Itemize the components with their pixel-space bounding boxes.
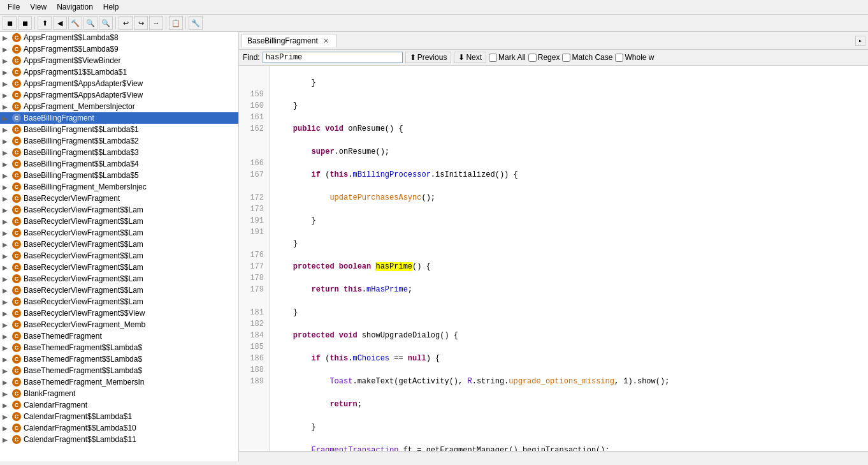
menu-help[interactable]: Help — [98, 1, 124, 13]
toolbar-btn-11[interactable]: 📋 — [169, 16, 183, 30]
toolbar-sep-1 — [34, 17, 35, 29]
whole-word-label: Whole w — [625, 53, 654, 62]
expand-arrow: ▶ — [3, 425, 11, 432]
sidebar-item-baserecycler-view[interactable]: ▶ C BaseRecyclerViewFragment$$View — [0, 307, 238, 319]
sidebar-item-appsfragment-lambda8[interactable]: ▶ C AppsFragment$$Lambda$8 — [0, 32, 238, 43]
line-num-172: 172 — [244, 192, 264, 203]
toolbar-btn-10[interactable]: → — [149, 16, 163, 30]
sidebar-item-blankfragment[interactable]: ▶ C BlankFragment — [0, 388, 238, 399]
expand-arrow: ▶ — [3, 344, 11, 351]
regex-check[interactable]: Regex — [528, 53, 560, 62]
line-num-178: 178 — [244, 272, 264, 284]
toolbar-btn-6[interactable]: 🔍 — [83, 16, 98, 30]
sidebar-item-appsfragment-appsadapter-view1[interactable]: ▶ C AppsFragment$AppsAdapter$View — [0, 78, 238, 89]
sidebar-item-basebillingfragment-membersinjec[interactable]: ▶ C BaseBillingFragment_MembersInjec — [0, 181, 238, 193]
toolbar-btn-12[interactable]: 🔧 — [189, 16, 203, 30]
whole-word-checkbox[interactable] — [615, 54, 623, 62]
sidebar-item-label: BaseBillingFragment$$Lambda$3 — [24, 148, 139, 157]
match-case-check[interactable]: Match Case — [562, 53, 612, 62]
class-icon: C — [11, 44, 22, 54]
code-line-167: return this.mHasPrime; — [275, 284, 863, 295]
menu-file[interactable]: File — [3, 1, 25, 13]
next-button[interactable]: ⬇ Next — [454, 52, 486, 63]
tab-close-button[interactable]: ✕ — [322, 36, 331, 45]
menu-view[interactable]: View — [25, 1, 52, 13]
match-case-checkbox[interactable] — [562, 54, 570, 62]
sidebar-item-calendarfragment-lambda10[interactable]: ▶ C CalendarFragment$$Lambda$10 — [0, 422, 238, 434]
mark-all-checkbox[interactable] — [489, 54, 497, 62]
line-num-185: 185 — [244, 341, 264, 353]
sidebar-item-basethemedfragment[interactable]: ▶ C BaseThemedFragment — [0, 330, 238, 342]
code-line: } — [275, 215, 863, 226]
sidebar-item-label: BaseRecyclerViewFragment$$Lam — [24, 228, 143, 237]
match-case-label: Match Case — [572, 53, 612, 62]
sidebar-item-basebillingfragment-lambda1[interactable]: ▶ C BaseBillingFragment$$Lambda$1 — [0, 124, 238, 135]
sidebar-item-basebillingfragment-lambda3[interactable]: ▶ C BaseBillingFragment$$Lambda$3 — [0, 147, 238, 158]
sidebar-item-baserecyclerviewfragment[interactable]: ▶ C BaseRecyclerViewFragment — [0, 193, 238, 204]
tab-basebillingfragment[interactable]: BaseBillingFragment ✕ — [242, 34, 336, 47]
line-num-162: 162 — [244, 123, 264, 135]
sidebar-item-baserecycler-lam4[interactable]: ▶ C BaseRecyclerViewFragment$$Lam — [0, 239, 238, 250]
sidebar-item-label: BaseBillingFragment$$Lambda$5 — [24, 171, 139, 180]
line-num-191b: 191 — [244, 226, 264, 238]
toolbar-btn-4[interactable]: ◀ — [53, 16, 67, 30]
sidebar-item-baserecycler-lam6[interactable]: ▶ C BaseRecyclerViewFragment$$Lam — [0, 262, 238, 273]
class-icon: C — [11, 159, 22, 169]
sidebar-item-label: AppsFragment$1$$Lambda$1 — [24, 68, 127, 77]
toolbar-btn-9[interactable]: ↪ — [134, 16, 148, 30]
previous-button[interactable]: ⬆ Previous — [405, 52, 452, 63]
tab-expand-button[interactable]: ▸ — [855, 36, 865, 46]
sidebar-item-basebillingfragment[interactable]: ▶ C BaseBillingFragment — [0, 112, 238, 124]
sidebar-item-baserecycler-lam3[interactable]: ▶ C BaseRecyclerViewFragment$$Lam — [0, 227, 238, 239]
sidebar-item-baserecycler-lam9[interactable]: ▶ C BaseRecyclerViewFragment$$Lam — [0, 296, 238, 307]
sidebar-item-appsfragment1-lambda1[interactable]: ▶ C AppsFragment$1$$Lambda$1 — [0, 66, 238, 78]
find-input[interactable] — [263, 52, 403, 63]
menu-navigation[interactable]: Navigation — [52, 1, 98, 13]
sidebar-item-appsfragment-viewbinder[interactable]: ▶ C AppsFragment$$ViewBinder — [0, 55, 238, 66]
sidebar-item-basethemed-lam3[interactable]: ▶ C BaseThemedFragment$$Lambda$ — [0, 365, 238, 376]
sidebar-item-baserecycler-lam8[interactable]: ▶ C BaseRecyclerViewFragment$$Lam — [0, 284, 238, 296]
expand-arrow: ▶ — [3, 436, 11, 443]
toolbar-btn-1[interactable]: ◼ — [3, 16, 17, 30]
regex-checkbox[interactable] — [528, 54, 537, 62]
sidebar-item-label: CalendarFragment — [24, 401, 87, 410]
line-numbers: 159 160 161 162 166 167 172 173 191 191 … — [239, 66, 270, 451]
sidebar-item-baserecycler-lam2[interactable]: ▶ C BaseRecyclerViewFragment$$Lam — [0, 216, 238, 227]
sidebar-item-appsfragment-appsadapter-view2[interactable]: ▶ C AppsFragment$AppsAdapter$View — [0, 89, 238, 101]
toolbar-sep-3 — [166, 17, 166, 29]
sidebar-item-baserecycler-lam7[interactable]: ▶ C BaseRecyclerViewFragment$$Lam — [0, 273, 238, 284]
class-icon: C — [11, 251, 22, 261]
expand-arrow: ▶ — [3, 367, 11, 374]
sidebar-item-baserecycler-lam1[interactable]: ▶ C BaseRecyclerViewFragment$$Lam — [0, 204, 238, 216]
sidebar-item-appsfragment-lambda9[interactable]: ▶ C AppsFragment$$Lambda$9 — [0, 43, 238, 55]
sidebar-item-appsfragment-membersinjector[interactable]: ▶ C AppsFragment_MembersInjector — [0, 101, 238, 112]
mark-all-check[interactable]: Mark All — [489, 53, 526, 62]
expand-arrow: ▶ — [3, 287, 11, 294]
sidebar-item-basebillingfragment-lambda5[interactable]: ▶ C BaseBillingFragment$$Lambda$5 — [0, 170, 238, 181]
sidebar-item-basebillingfragment-lambda4[interactable]: ▶ C BaseBillingFragment$$Lambda$4 — [0, 158, 238, 170]
toolbar-sep-2 — [115, 17, 116, 29]
sidebar-item-baserecycler-lam5[interactable]: ▶ C BaseRecyclerViewFragment$$Lam — [0, 250, 238, 262]
sidebar-item-basethemed-lam2[interactable]: ▶ C BaseThemedFragment$$Lambda$ — [0, 353, 238, 365]
class-icon: C — [11, 400, 22, 410]
sidebar-item-calendarfragment-lambda1[interactable]: ▶ C CalendarFragment$$Lambda$1 — [0, 411, 238, 422]
class-icon: C — [11, 205, 22, 215]
expand-arrow: ▶ — [3, 253, 11, 260]
sidebar-item-calendarfragment-lambda11[interactable]: ▶ C CalendarFragment$$Lambda$11 — [0, 434, 238, 445]
toolbar-btn-3[interactable]: ⬆ — [38, 16, 52, 30]
toolbar-btn-5[interactable]: 🔨 — [68, 16, 82, 30]
horizontal-scrollbar[interactable] — [239, 451, 868, 461]
sidebar-item-basethemed-lam1[interactable]: ▶ C BaseThemedFragment$$Lambda$ — [0, 342, 238, 353]
sidebar-item-baserecycler-memb[interactable]: ▶ C BaseRecyclerViewFragment_Memb — [0, 319, 238, 330]
sidebar-item-label: CalendarFragment$$Lambda$10 — [24, 424, 136, 432]
code-line: } — [275, 77, 863, 89]
sidebar-item-basebillingfragment-lambda2[interactable]: ▶ C BaseBillingFragment$$Lambda$2 — [0, 135, 238, 147]
whole-word-check[interactable]: Whole w — [615, 53, 654, 62]
toolbar-btn-2[interactable]: ◼ — [18, 16, 32, 30]
class-icon: C — [11, 182, 22, 192]
toolbar-btn-7[interactable]: 🔍 — [99, 16, 113, 30]
toolbar-btn-8[interactable]: ↩ — [119, 16, 133, 30]
sidebar-item-basethemed-membersin[interactable]: ▶ C BaseThemedFragment_MembersIn — [0, 376, 238, 388]
line-num — [244, 77, 264, 89]
sidebar-item-calendarfragment[interactable]: ▶ C CalendarFragment — [0, 399, 238, 411]
